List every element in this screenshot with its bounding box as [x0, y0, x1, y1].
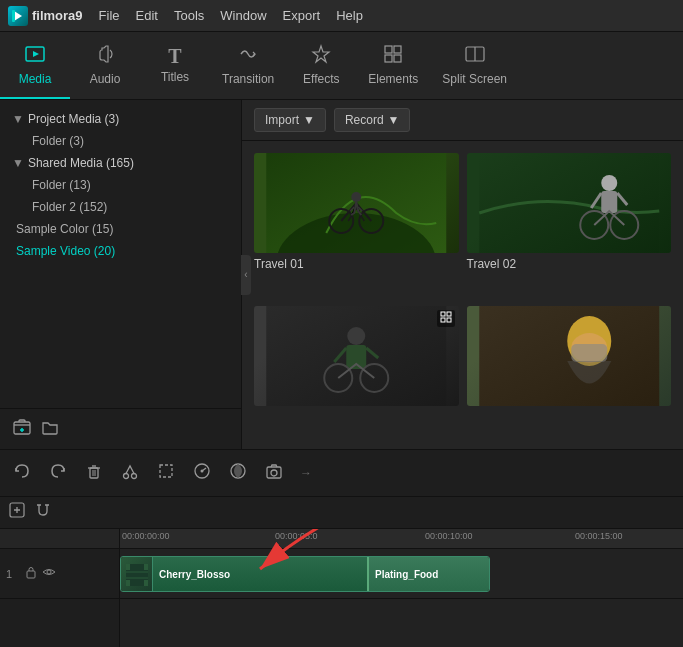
svg-rect-44	[27, 571, 35, 578]
timeline-area: 1 00:00:00:00 00:00:0	[0, 497, 683, 647]
logo-icon	[8, 6, 28, 26]
eye-icon[interactable]	[42, 565, 56, 582]
timeline-controls	[8, 501, 52, 524]
tab-transition[interactable]: Transition	[210, 32, 286, 99]
menu-file[interactable]: File	[99, 8, 120, 23]
new-folder-button[interactable]	[40, 417, 60, 441]
track-headers: 1	[0, 529, 120, 647]
transition-icon	[237, 43, 259, 68]
tree-item-sample-video[interactable]: Sample Video (20)	[0, 240, 241, 262]
cut-button[interactable]	[120, 461, 140, 486]
tab-media-label: Media	[19, 72, 52, 86]
media-panel-toolbar: Import ▼ Record ▼	[242, 100, 683, 141]
timeline-header	[0, 497, 683, 529]
svg-marker-3	[313, 46, 329, 62]
add-track-button[interactable]	[8, 501, 26, 524]
svg-rect-23	[346, 345, 366, 369]
media-panel: Import ▼ Record ▼	[242, 100, 683, 449]
svg-rect-28	[441, 318, 445, 322]
redo-button[interactable]	[48, 461, 68, 486]
svg-rect-37	[160, 465, 172, 477]
track-number-1: 1	[6, 568, 20, 580]
tree-item-folder-3[interactable]: Folder (3)	[0, 130, 241, 152]
svg-rect-26	[441, 312, 445, 316]
timeline-body: 1 00:00:00:00 00:00:0	[0, 529, 683, 647]
svg-point-35	[124, 473, 129, 478]
video-clip[interactable]: Cherry_Blosso Plating_Food	[120, 556, 490, 592]
snapshot-button[interactable]	[264, 461, 284, 486]
import-chevron-icon: ▼	[303, 113, 315, 127]
svg-rect-48	[126, 564, 130, 570]
speed-button[interactable]	[192, 461, 212, 486]
tab-elements[interactable]: Elements	[356, 32, 430, 99]
magnet-button[interactable]	[34, 501, 52, 524]
undo-button[interactable]	[12, 461, 32, 486]
media-thumb-1	[254, 153, 459, 253]
clip-segment-cherry-blossom[interactable]: Cherry_Blosso	[153, 557, 369, 591]
record-dropdown[interactable]: Record ▼	[334, 108, 411, 132]
tab-audio[interactable]: Audio	[70, 32, 140, 99]
media-thumb-4	[467, 306, 672, 406]
tree-item-project-media[interactable]: ▼ Project Media (3)	[0, 108, 241, 130]
svg-rect-29	[447, 318, 451, 322]
tab-media[interactable]: Media	[0, 32, 70, 99]
tree-item-sample-color[interactable]: Sample Color (15)	[0, 218, 241, 240]
tab-split-screen-label: Split Screen	[442, 72, 507, 86]
clip-thumb	[121, 557, 153, 592]
tab-audio-label: Audio	[90, 72, 121, 86]
svg-rect-30	[479, 306, 659, 406]
svg-rect-1	[12, 10, 15, 22]
add-folder-button[interactable]	[12, 417, 32, 441]
record-chevron-icon: ▼	[388, 113, 400, 127]
app-logo: filmora9	[8, 6, 83, 26]
split-screen-icon	[464, 43, 486, 68]
effects-icon	[310, 43, 332, 68]
media-item-3[interactable]	[254, 306, 459, 437]
lock-icon[interactable]	[24, 565, 38, 582]
svg-point-15	[351, 192, 361, 202]
import-dropdown[interactable]: Import ▼	[254, 108, 326, 132]
svg-point-36	[132, 473, 137, 478]
tab-titles[interactable]: T Titles	[140, 32, 210, 99]
svg-marker-0	[14, 11, 22, 21]
panel-collapse-button[interactable]: ‹	[241, 255, 251, 295]
media-item-4[interactable]	[467, 306, 672, 437]
menu-window[interactable]: Window	[220, 8, 266, 23]
tc-mark-0: 00:00:00:00	[122, 531, 170, 541]
main-area: ▼ Project Media (3) Folder (3) ▼ Shared …	[0, 100, 683, 449]
svg-rect-5	[394, 46, 401, 53]
tab-titles-label: Titles	[161, 70, 189, 84]
tab-split-screen[interactable]: Split Screen	[430, 32, 519, 99]
media-thumb-2	[467, 153, 672, 253]
media-grid: Travel 01	[242, 141, 683, 449]
tree-item-shared-media[interactable]: ▼ Shared Media (165)	[0, 152, 241, 174]
clip-segment-plating-food[interactable]: Plating_Food	[369, 557, 489, 591]
pip-button[interactable]: →	[300, 466, 312, 480]
track-row-1: Cherry_Blosso Plating_Food	[120, 549, 683, 599]
menu-edit[interactable]: Edit	[136, 8, 158, 23]
svg-rect-34	[90, 468, 98, 478]
menu-tools[interactable]: Tools	[174, 8, 204, 23]
media-item-travel-02[interactable]: Travel 02	[467, 153, 672, 298]
color-button[interactable]	[228, 461, 248, 486]
media-item-travel-01[interactable]: Travel 01	[254, 153, 459, 298]
crop-button[interactable]	[156, 461, 176, 486]
chevron-down-icon: ▼	[12, 112, 24, 126]
menu-help[interactable]: Help	[336, 8, 363, 23]
tc-mark-1: 00:00:05:0	[275, 531, 318, 541]
tab-effects[interactable]: Effects	[286, 32, 356, 99]
track-header-1: 1	[0, 549, 119, 599]
svg-rect-6	[385, 55, 392, 62]
tc-mark-2: 00:00:10:00	[425, 531, 473, 541]
svg-rect-51	[144, 580, 148, 586]
menu-export[interactable]: Export	[283, 8, 321, 23]
media-tree: ▼ Project Media (3) Folder (3) ▼ Shared …	[0, 100, 241, 408]
grid-icon	[437, 310, 455, 327]
left-panel-footer	[0, 408, 241, 449]
tree-label: Project Media (3)	[28, 112, 119, 126]
svg-point-45	[47, 570, 51, 574]
tree-item-folder-2-152[interactable]: Folder 2 (152)	[0, 196, 241, 218]
tab-transition-label: Transition	[222, 72, 274, 86]
tree-item-folder-13[interactable]: Folder (13)	[0, 174, 241, 196]
delete-button[interactable]	[84, 461, 104, 486]
